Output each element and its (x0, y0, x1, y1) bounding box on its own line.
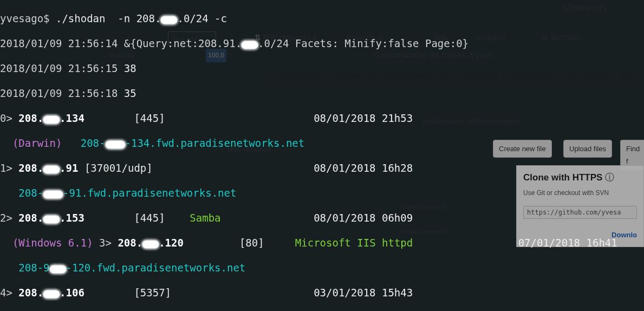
result-0-host: (Darwin) 208--134.fwd.paradisenetworks.n… (0, 137, 642, 150)
command: ./shodan -n 208..0/24 -c (56, 12, 227, 24)
log-line-count-1: 2018/01/09 21:56:15 38 (0, 62, 642, 75)
result-1: 1> 208..91 [37001/udp] 08/01/2018 16h28 (0, 162, 642, 174)
result-1-host: 208--91.fwd.paradisenetworks.net (0, 187, 642, 199)
result-2: 2> 208..153 [445] Samba 08/01/2018 06h09 (0, 212, 642, 224)
log-line-query: 2018/01/09 21:56:14 &{Query:net:208.91..… (0, 37, 642, 50)
log-line-count-2: 2018/01/09 21:56:18 35 (0, 87, 642, 100)
result-3-host: 208-9-120.fwd.paradisenetworks.net (0, 262, 642, 274)
terminal[interactable]: yvesago$ ./shodan -n 208..0/24 -c 2018/0… (0, 0, 644, 311)
result-4: 4> 208..106 [5357] 03/01/2018 15h43 (0, 287, 642, 299)
result-0: 0> 208..134 [445] 08/01/2018 21h53 (0, 112, 642, 125)
result-3: (Windows 6.1) 3> 208..120 [80] Microsoft… (0, 237, 642, 249)
prompt-line: yvesago$ ./shodan -n 208..0/24 -c (0, 12, 642, 25)
